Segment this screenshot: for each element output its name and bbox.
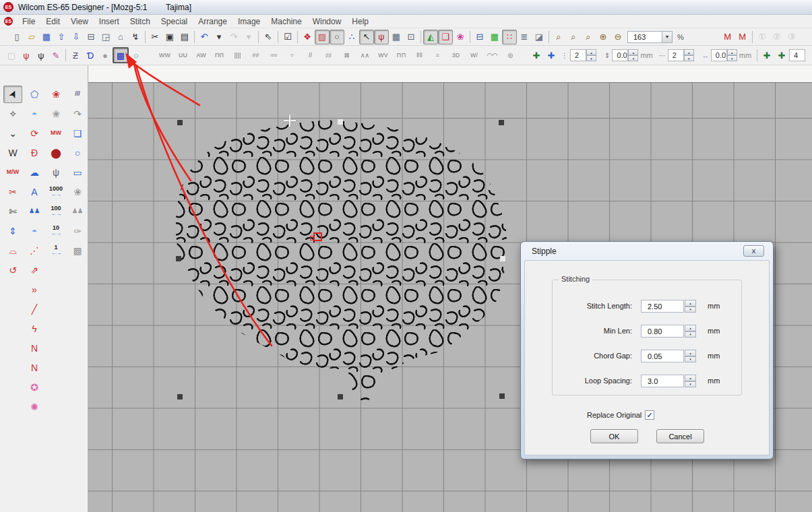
spin-down-icon[interactable]: ▾ [684, 55, 694, 61]
field-spinner[interactable]: ▴ ▾ [685, 325, 696, 338]
sep[interactable] [295, 30, 300, 44]
reshape-node[interactable]: ✎ [49, 48, 63, 63]
spinner-buttons[interactable]: ▴ ▾ [684, 49, 694, 61]
redo-dropdown[interactable]: ▾ [241, 30, 256, 44]
dome-nodes[interactable]: ◓ [25, 222, 44, 240]
selection-handle-middle-left[interactable] [176, 256, 181, 261]
print-preview[interactable]: ◲ [98, 30, 113, 44]
rotate-tool[interactable]: ⟳ [25, 125, 44, 142]
menu-item[interactable]: View [65, 15, 94, 28]
mw-ratio[interactable]: M/W [3, 164, 22, 181]
lattice-fill[interactable]: ♯♯ [319, 48, 338, 63]
ellipse-tool[interactable]: ○ [68, 144, 87, 162]
spin-up-icon[interactable]: ▴ [685, 350, 696, 356]
ok-button[interactable]: OK [590, 429, 638, 443]
sep[interactable] [276, 30, 280, 44]
center-hoop[interactable]: ✚ [774, 48, 789, 63]
zoom-factor[interactable]: ⌕ [551, 30, 566, 44]
close-icon[interactable]: X [743, 245, 764, 257]
tatami-fill[interactable]: |||| [228, 48, 247, 63]
sep[interactable] [750, 30, 755, 44]
pointer-mode[interactable]: ↖ [359, 30, 374, 44]
sep[interactable] [418, 30, 423, 44]
remove-overlap[interactable]: Ɖ [25, 144, 44, 162]
needle-points-view[interactable]: ψ [374, 30, 389, 44]
preview-screen[interactable]: ⊟ [472, 30, 487, 44]
satin-view[interactable]: ❖ [300, 30, 315, 44]
stitch-1000[interactable]: 1000 ←→ [46, 183, 65, 201]
copy[interactable]: ▣ [162, 30, 177, 44]
color-object-list[interactable]: ∷ [502, 30, 517, 44]
mw-spacing[interactable]: MW [46, 125, 65, 142]
zoom-dropdown-icon[interactable]: ▾ [662, 31, 673, 43]
selection-handle-middle-right[interactable] [500, 256, 505, 261]
field-value[interactable]: 3.0 [641, 375, 684, 387]
hatch-fill[interactable]: // [301, 48, 319, 63]
selection-handle-bottom-left[interactable] [177, 394, 183, 399]
selection-handle-bottom-right[interactable] [499, 393, 505, 399]
save-design[interactable]: ▦ [39, 30, 54, 44]
menu-item[interactable]: Arrange [193, 15, 232, 28]
spinner-buttons[interactable]: ▴ ▾ [727, 49, 737, 61]
stipple-fill[interactable]: ▩ [113, 47, 129, 63]
flower-gray[interactable]: ❀ [68, 183, 87, 201]
threed-fill[interactable]: 3D [447, 48, 465, 63]
stipple-sample-gray[interactable]: ▩ [68, 242, 87, 259]
spin-down-icon[interactable]: ▾ [685, 331, 696, 338]
hatch-fill-view[interactable]: ▨ [315, 30, 330, 44]
field-spinner[interactable]: ▴ ▾ [685, 300, 696, 313]
triple-arrow-run[interactable]: » [25, 281, 44, 298]
fork-updown[interactable]: ⇕ [3, 222, 22, 240]
grid-fill[interactable]: ## [247, 48, 265, 63]
loop-travel[interactable]: ↺ [3, 261, 22, 279]
circle-radial-tool[interactable]: ✺ [25, 398, 44, 416]
brush-gray[interactable]: ✑ [68, 222, 87, 240]
sep[interactable] [468, 30, 472, 44]
stitch-to-machine[interactable]: ⌂ [113, 30, 128, 44]
column-lines[interactable]: /// [68, 86, 87, 103]
recent-design-3[interactable]: ③ [784, 30, 799, 44]
zigzag-run[interactable]: ϟ [25, 320, 44, 338]
menu-item[interactable]: Help [346, 15, 374, 28]
menu-item[interactable]: Edit [40, 15, 65, 28]
e-stitch[interactable]: ΠΠ [210, 48, 228, 63]
read-from-machine[interactable]: ⇩ [69, 30, 84, 44]
menu-item[interactable]: Insert [94, 15, 125, 28]
paste[interactable]: ▤ [177, 30, 192, 44]
zoom-1to1[interactable]: ⌕ [566, 30, 581, 44]
insert-object[interactable]: ❏ [68, 125, 87, 142]
open-object-gray[interactable]: ❀ [46, 105, 65, 123]
mirror-merge-v[interactable]: ✚ [544, 48, 559, 63]
dome-object[interactable]: ◓ [25, 105, 44, 123]
satin-stitch[interactable]: WW [156, 48, 174, 63]
needle-red[interactable]: ψ [19, 48, 34, 63]
needle-black[interactable]: ψ [34, 48, 49, 63]
save-to-machine[interactable]: ⇧ [54, 30, 69, 44]
spinner-value[interactable]: 0.0 [711, 49, 727, 61]
cut-fork[interactable]: ✄ [3, 203, 22, 220]
polygon-select[interactable]: ✧ [3, 105, 22, 123]
spin-down-icon[interactable]: ▾ [586, 55, 596, 61]
spin-up-icon[interactable]: ▴ [685, 300, 696, 307]
hoop-layout[interactable]: ▢ [4, 48, 19, 63]
spin-up-icon[interactable]: ▴ [727, 49, 737, 55]
n-satin-run[interactable]: N [25, 359, 44, 377]
travel-to-start[interactable]: M [720, 30, 735, 44]
vertex-select[interactable]: ⌄ [3, 125, 22, 142]
spinner-value[interactable]: 0.0 [612, 49, 628, 61]
gate-fill[interactable]: ⊓⊓ [392, 48, 410, 63]
spin-up-icon[interactable]: ▴ [628, 49, 638, 55]
spin-down-icon[interactable]: ▾ [727, 55, 737, 61]
open-object[interactable]: ❀ [46, 86, 65, 103]
selection-handle-bottom-center[interactable] [338, 394, 343, 399]
recent-design-1[interactable]: ① [755, 30, 770, 44]
ring-fill[interactable]: ◎ [501, 48, 520, 63]
redo[interactable]: ↷ [226, 30, 241, 44]
bar-fill[interactable]: ≡ [429, 48, 447, 63]
reshape-tool[interactable]: ⬠ [25, 86, 44, 103]
stipple-run[interactable]: ⁘ [283, 48, 301, 63]
closed-shape[interactable]: ○ [129, 48, 144, 63]
thread-palette[interactable]: ▦ [487, 30, 502, 44]
selection-handle-top-left[interactable] [177, 120, 183, 125]
menu-item[interactable]: Machine [266, 15, 307, 28]
